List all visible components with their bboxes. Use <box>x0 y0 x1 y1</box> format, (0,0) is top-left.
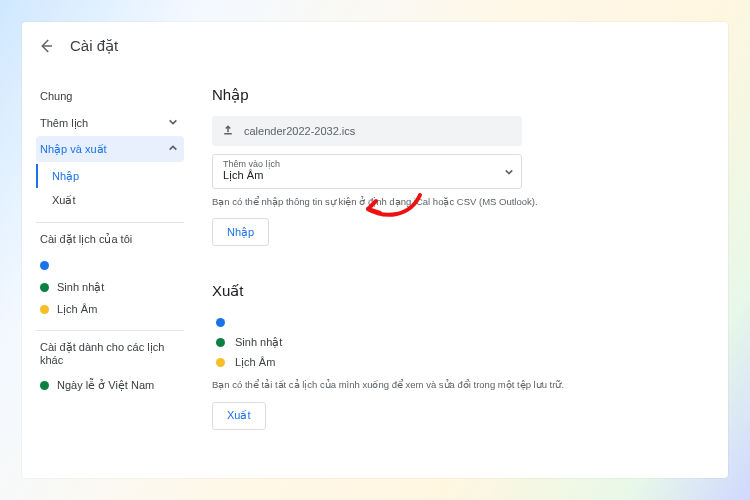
select-value: Lịch Âm <box>223 169 511 182</box>
caret-down-icon <box>505 166 513 178</box>
section-title-import: Nhập <box>212 86 708 104</box>
color-dot-icon <box>40 261 49 270</box>
color-dot-icon <box>216 338 225 347</box>
sidebar-calendar-item[interactable]: Ngày lễ ở Việt Nam <box>36 374 184 396</box>
page-title: Cài đặt <box>70 37 118 55</box>
settings-sidebar: Chung Thêm lịch Nhập và xuất Nhập Xuất C… <box>22 70 192 478</box>
separator <box>36 222 184 223</box>
sidebar-item-label: Thêm lịch <box>40 117 88 130</box>
list-item <box>212 312 708 332</box>
import-button[interactable]: Nhập <box>212 218 269 246</box>
main-content: Nhập calender2022-2032.ics Thêm vào lịch… <box>192 70 728 478</box>
file-picker[interactable]: calender2022-2032.ics <box>212 116 522 146</box>
header: Cài đặt <box>22 22 728 70</box>
list-item: Lịch Âm <box>212 352 708 372</box>
section-title-export: Xuất <box>212 282 708 300</box>
upload-icon <box>222 124 234 138</box>
list-item: Sinh nhật <box>212 332 708 352</box>
calendar-name: Ngày lễ ở Việt Nam <box>57 379 154 392</box>
export-hint: Bạn có thể tải tất cả lịch của mình xuốn… <box>212 378 572 391</box>
chevron-up-icon <box>168 143 178 155</box>
add-to-calendar-select[interactable]: Thêm vào lịch Lịch Âm <box>212 154 522 189</box>
calendar-name: Sinh nhật <box>57 281 104 294</box>
sidebar-calendar-item[interactable] <box>36 254 184 276</box>
export-calendar-list: Sinh nhật Lịch Âm <box>212 312 708 372</box>
color-dot-icon <box>40 381 49 390</box>
sidebar-item-add-calendar[interactable]: Thêm lịch <box>36 110 184 136</box>
sidebar-subitem-import[interactable]: Nhập <box>36 164 184 188</box>
file-name: calender2022-2032.ics <box>244 125 355 137</box>
import-hint: Bạn có thể nhập thông tin sự kiện ở định… <box>212 195 572 208</box>
calendar-name: Lịch Âm <box>235 356 275 369</box>
calendar-name: Sinh nhật <box>235 336 282 349</box>
color-dot-icon <box>40 283 49 292</box>
calendar-name: Lịch Âm <box>57 303 97 316</box>
sidebar-calendar-item[interactable]: Sinh nhật <box>36 276 184 298</box>
chevron-down-icon <box>168 117 178 129</box>
color-dot-icon <box>40 305 49 314</box>
back-arrow-icon[interactable] <box>36 36 56 56</box>
sidebar-subitem-export[interactable]: Xuất <box>36 188 184 212</box>
color-dot-icon <box>216 318 225 327</box>
sidebar-item-import-export[interactable]: Nhập và xuất <box>36 136 184 162</box>
color-dot-icon <box>216 358 225 367</box>
settings-window: Cài đặt Chung Thêm lịch Nhập và xuất Nhậ… <box>22 22 728 478</box>
sidebar-heading-my-settings: Cài đặt lịch của tôi <box>40 233 180 246</box>
sidebar-item-general[interactable]: Chung <box>40 90 180 102</box>
sidebar-subitems: Nhập Xuất <box>36 164 184 212</box>
sidebar-calendar-item[interactable]: Lịch Âm <box>36 298 184 320</box>
sidebar-heading-other-settings: Cài đặt dành cho các lịch khác <box>40 341 180 366</box>
select-floating-label: Thêm vào lịch <box>223 159 511 169</box>
sidebar-item-label: Nhập và xuất <box>40 143 107 156</box>
separator <box>36 330 184 331</box>
export-button[interactable]: Xuất <box>212 402 266 430</box>
